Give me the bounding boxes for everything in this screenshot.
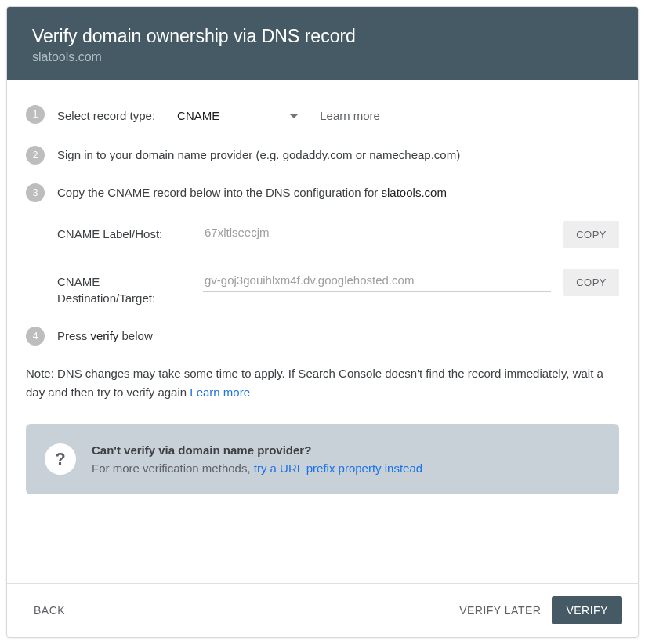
dialog-footer: BACK VERIFY LATER VERIFY	[7, 583, 638, 637]
step-number: 3	[26, 183, 45, 202]
alt-verify-card: ? Can't verify via domain name provider?…	[26, 424, 619, 495]
copy-label-host-button[interactable]: COPY	[563, 221, 619, 248]
cname-dest-label: CNAME Destination/Target:	[57, 269, 190, 306]
cname-label-host-label: CNAME Label/Host:	[57, 221, 190, 242]
cname-label-host-row: CNAME Label/Host: COPY	[57, 221, 619, 248]
url-prefix-link[interactable]: try a URL prefix property instead	[254, 461, 422, 475]
step-number: 2	[26, 146, 45, 165]
step-3-text: Copy the CNAME record below into the DNS…	[57, 183, 619, 202]
dialog-body: 1 Select record type: CNAME Learn more 2…	[7, 80, 638, 583]
dialog-title: Verify domain ownership via DNS record	[32, 26, 613, 47]
chevron-down-icon	[290, 114, 298, 118]
verify-later-button[interactable]: VERIFY LATER	[448, 596, 552, 624]
cname-dest-row: CNAME Destination/Target: COPY	[57, 269, 619, 306]
record-type-select[interactable]: CNAME	[174, 106, 301, 127]
step-number: 4	[26, 327, 45, 346]
step-number: 1	[26, 105, 45, 124]
step-4-text: Press verify below	[57, 327, 619, 346]
cname-label-host-input[interactable]	[203, 221, 551, 244]
back-button[interactable]: BACK	[23, 596, 76, 624]
alt-verify-title: Can't verify via domain name provider?	[92, 441, 422, 459]
step-3: 3 Copy the CNAME record below into the D…	[26, 183, 619, 202]
step-2-text: Sign in to your domain name provider (e.…	[57, 146, 619, 165]
verify-dialog: Verify domain ownership via DNS record s…	[6, 6, 639, 638]
step-1: 1 Select record type: CNAME Learn more	[26, 105, 619, 127]
cname-fields: CNAME Label/Host: COPY CNAME Destination…	[57, 221, 619, 306]
note-learn-more-link[interactable]: Learn more	[190, 385, 250, 399]
step-3-domain: slatools.com	[382, 186, 447, 199]
step-1-label: Select record type:	[57, 107, 155, 125]
step-1-content: Select record type: CNAME Learn more	[57, 105, 619, 127]
step-2: 2 Sign in to your domain name provider (…	[26, 146, 619, 165]
alt-verify-sub: For more verification methods, try a URL…	[92, 459, 422, 477]
verify-button[interactable]: VERIFY	[552, 596, 622, 624]
cname-dest-input[interactable]	[203, 269, 551, 292]
dns-note: Note: DNS changes may take some time to …	[26, 364, 619, 402]
dialog-header: Verify domain ownership via DNS record s…	[7, 7, 638, 80]
dialog-domain: slatools.com	[32, 50, 613, 64]
alt-verify-text: Can't verify via domain name provider? F…	[92, 441, 422, 478]
help-icon: ?	[45, 443, 76, 475]
record-type-value: CNAME	[177, 107, 219, 125]
copy-dest-button[interactable]: COPY	[563, 269, 619, 296]
step-4: 4 Press verify below	[26, 327, 619, 346]
learn-more-link[interactable]: Learn more	[320, 107, 380, 125]
